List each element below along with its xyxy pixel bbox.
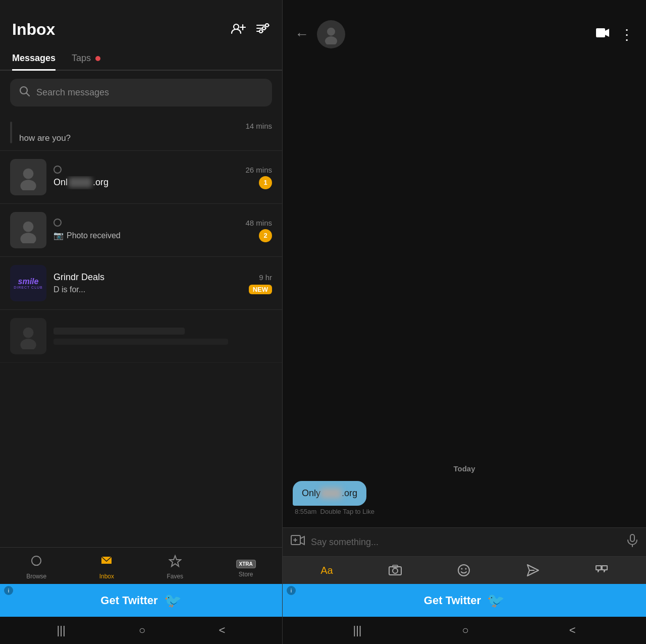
header-icons <box>231 22 270 37</box>
message-top-row: 48 mins <box>53 219 272 227</box>
store-icon: XTRA <box>236 555 256 569</box>
svg-line-10 <box>27 93 30 96</box>
chat-avatar <box>317 20 345 48</box>
twitter-ad[interactable]: i Get Twitter 🐦 <box>0 584 282 617</box>
camera-icon: 📷 <box>53 231 64 240</box>
android-back-btn[interactable]: < <box>219 624 226 637</box>
svg-point-6 <box>265 24 268 27</box>
quote-button[interactable] <box>595 565 608 576</box>
list-item[interactable]: smile DIRECT CLUB Grindr Deals 9 hr D is… <box>0 257 282 310</box>
unread-badge: 2 <box>259 229 272 242</box>
message-preview-row: D is for... NEW <box>53 285 272 294</box>
font-button[interactable]: Aa <box>320 565 333 576</box>
add-people-icon[interactable] <box>231 22 246 37</box>
inbox-header: Inbox <box>0 0 282 47</box>
nav-browse[interactable]: Browse <box>26 555 46 580</box>
chat-header: ← ⋮ <box>283 0 646 57</box>
message-time: 48 mins <box>245 219 272 227</box>
more-options-icon[interactable]: ⋮ <box>620 26 634 43</box>
video-call-icon[interactable] <box>596 27 610 41</box>
camera-button[interactable] <box>389 565 402 576</box>
svg-marker-23 <box>300 536 304 545</box>
read-indicator <box>53 219 62 227</box>
twitter-bird-icon-right: 🐦 <box>487 592 505 609</box>
tab-messages[interactable]: Messages <box>12 47 56 70</box>
message-content: 26 mins Onlfans.org 1 <box>53 166 272 189</box>
faves-icon <box>169 555 182 571</box>
inbox-icon <box>100 555 113 571</box>
bottom-nav: Browse Inbox Faves XTRA Store <box>0 547 282 584</box>
nav-faves[interactable]: Faves <box>167 555 183 580</box>
faves-label: Faves <box>167 573 183 580</box>
send-button[interactable] <box>526 564 540 577</box>
message-content: 48 mins 📷 Photo received 2 <box>53 219 272 242</box>
compose-bar: Say something... <box>283 527 646 556</box>
android-recent-btn[interactable]: ||| <box>57 624 66 637</box>
say-something-input[interactable]: Say something... <box>311 537 621 548</box>
android-nav-left: ||| ○ < <box>0 617 282 644</box>
chat-messages-area: Today Onlyfans.org 8:55am Double Tap to … <box>283 57 646 527</box>
message-name: 📷 Photo received 2 <box>53 229 272 242</box>
svg-point-19 <box>325 36 337 44</box>
back-button[interactable]: ← <box>295 26 309 42</box>
left-panel: Inbox <box>0 0 283 644</box>
svg-point-15 <box>23 328 34 338</box>
right-panel: ← ⋮ Today Onlyfans.org 8:55 <box>283 0 646 644</box>
message-preview: D is for... <box>53 285 85 294</box>
android-home-btn-right[interactable]: ○ <box>462 624 468 637</box>
message-bubble-row: Onlyfans.org 8:55am Double Tap to Like <box>293 481 636 515</box>
svg-point-7 <box>262 27 265 30</box>
message-time: 26 mins <box>245 166 272 174</box>
message-bubble[interactable]: Onlyfans.org <box>293 481 366 506</box>
emoji-button[interactable] <box>457 564 470 577</box>
avatar <box>10 159 46 195</box>
partial-top: 14 mins <box>19 122 272 130</box>
svg-point-12 <box>20 180 36 190</box>
partial-content: 14 mins how are you? <box>19 122 272 143</box>
svg-point-13 <box>23 222 34 232</box>
partial-bar <box>10 122 12 143</box>
message-name-text: Grindr Deals <box>53 272 104 283</box>
svg-marker-17 <box>170 556 181 566</box>
messages-list: 14 mins how are you? 26 mins <box>0 115 282 547</box>
avatar <box>10 318 46 354</box>
read-indicator <box>53 166 62 174</box>
today-label: Today <box>293 464 636 473</box>
android-recent-btn-right[interactable]: ||| <box>353 624 361 637</box>
message-top-row: Grindr Deals 9 hr <box>53 272 272 283</box>
ad-info-icon: i <box>4 586 13 595</box>
list-item[interactable] <box>0 310 282 363</box>
avatar <box>10 212 46 248</box>
add-media-icon[interactable] <box>291 535 305 549</box>
svg-point-18 <box>327 28 335 36</box>
browse-icon <box>30 555 43 571</box>
message-content <box>53 328 272 345</box>
svg-marker-21 <box>605 29 609 37</box>
svg-point-0 <box>234 24 239 29</box>
tabs-row: Messages Taps <box>0 47 282 71</box>
nav-inbox[interactable]: Inbox <box>99 555 114 580</box>
tab-taps[interactable]: Taps <box>72 47 100 70</box>
message-time: 14 mins <box>245 122 272 130</box>
list-item[interactable]: 14 mins how are you? <box>0 115 282 151</box>
indicator-row <box>53 219 62 227</box>
search-bar-wrap: Search messages <box>0 71 282 115</box>
twitter-bird-icon: 🐦 <box>164 592 182 609</box>
unread-badge: 1 <box>259 176 272 189</box>
message-name: Onlfans.org 1 <box>53 176 272 189</box>
list-item[interactable]: 26 mins Onlfans.org 1 <box>0 151 282 204</box>
microphone-icon[interactable] <box>627 534 638 550</box>
twitter-ad-text: Get Twitter <box>100 594 157 607</box>
android-home-btn[interactable]: ○ <box>139 624 145 637</box>
android-back-btn-right[interactable]: < <box>569 624 576 637</box>
smile-direct-logo: smile DIRECT CLUB <box>14 278 43 289</box>
inbox-title: Inbox <box>12 20 55 39</box>
svg-point-29 <box>393 568 398 573</box>
message-top-row: 26 mins <box>53 166 272 174</box>
name-text: Onlfans.org <box>53 177 109 188</box>
filter-icon[interactable] <box>256 22 270 37</box>
twitter-ad-right[interactable]: i Get Twitter 🐦 <box>283 584 646 617</box>
search-bar[interactable]: Search messages <box>10 79 272 106</box>
nav-store[interactable]: XTRA Store <box>236 555 256 580</box>
list-item[interactable]: 48 mins 📷 Photo received 2 <box>0 204 282 257</box>
